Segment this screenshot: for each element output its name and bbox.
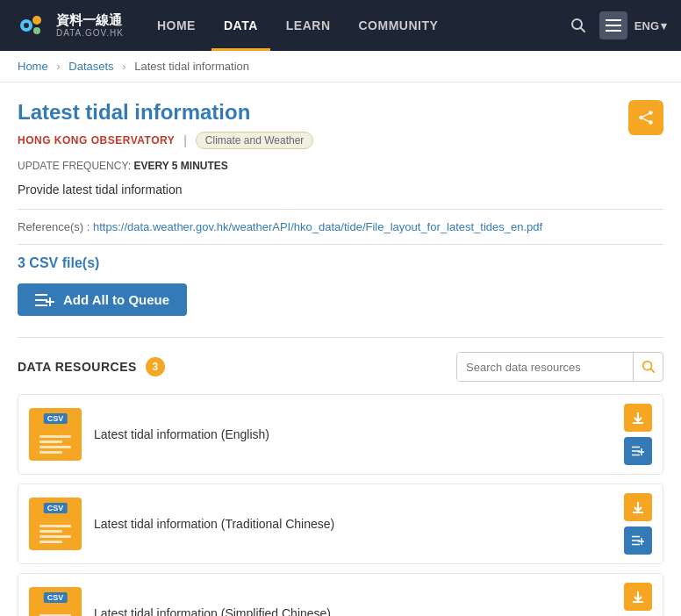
count-badge: 3 xyxy=(146,357,165,376)
download-button-english[interactable] xyxy=(624,404,652,432)
breadcrumb: Home › Datasets › Latest tidal informati… xyxy=(0,51,681,82)
search-input[interactable] xyxy=(457,353,633,381)
logo-icon xyxy=(14,8,49,43)
nav-links: HOME DATA LEARN COMMUNITY xyxy=(145,0,564,51)
resource-name-traditional: Latest tidal information (Traditional Ch… xyxy=(94,517,612,531)
share-icon xyxy=(638,110,654,125)
svg-line-14 xyxy=(643,118,649,121)
resource-item: CSV Latest tidal information (English) xyxy=(18,394,663,475)
resource-item: CSV Latest tidal information (Simplified… xyxy=(18,573,663,616)
download-icon xyxy=(632,591,644,603)
nav-home[interactable]: HOME xyxy=(145,0,208,51)
main-content: Latest tidal information HONG KONG OBSER… xyxy=(0,82,681,616)
add-queue-button[interactable]: Add All to Queue xyxy=(18,283,187,316)
data-resources-header: DATA RESOURCES 3 xyxy=(18,352,663,382)
svg-point-2 xyxy=(32,16,41,25)
queue-button-english[interactable] xyxy=(624,437,652,465)
menu-button[interactable] xyxy=(599,11,627,39)
add-queue-label: Add All to Queue xyxy=(63,292,169,307)
svg-point-4 xyxy=(24,23,29,28)
divider-1 xyxy=(18,209,663,210)
svg-line-6 xyxy=(580,28,584,32)
nav-data[interactable]: DATA xyxy=(211,0,270,51)
data-resources-section: DATA RESOURCES 3 CSV xyxy=(18,337,663,616)
nav-right: ENG ▾ xyxy=(564,11,667,39)
resource-icon-simplified: CSV xyxy=(29,587,82,616)
lang-button[interactable]: ENG ▾ xyxy=(634,19,667,32)
resource-icon-english: CSV xyxy=(29,408,82,461)
org-link[interactable]: HONG KONG OBSERVATORY xyxy=(18,134,175,147)
queue-icon xyxy=(35,293,54,307)
reference-link[interactable]: https://data.weather.gov.hk/weatherAPI/h… xyxy=(93,220,542,233)
search-submit-button[interactable] xyxy=(633,352,663,382)
breadcrumb-home[interactable]: Home xyxy=(18,60,48,73)
data-resources-label: DATA RESOURCES xyxy=(18,360,137,374)
search-button[interactable] xyxy=(564,11,592,39)
data-resources-title-area: DATA RESOURCES 3 xyxy=(18,357,165,376)
breadcrumb-current: Latest tidal information xyxy=(134,60,249,73)
download-icon xyxy=(632,412,644,424)
reference-row: Reference(s) : https://data.weather.gov.… xyxy=(18,220,663,233)
resource-icon-traditional: CSV xyxy=(29,498,82,550)
search-icon xyxy=(570,18,586,33)
svg-point-10 xyxy=(649,111,653,115)
csv-count: 3 CSV file(s) xyxy=(18,255,663,271)
svg-point-3 xyxy=(33,27,40,34)
divider-2 xyxy=(18,244,663,245)
description: Provide latest tidal information xyxy=(18,183,663,197)
svg-line-13 xyxy=(643,114,649,117)
logo-text: 資料一線通 DATA.GOV.HK xyxy=(56,13,124,38)
download-button-simplified[interactable] xyxy=(624,583,652,611)
update-frequency: UPDATE FREQUENCY: EVERY 5 MINUTES xyxy=(18,160,663,172)
svg-point-12 xyxy=(649,120,653,125)
nav-learn[interactable]: LEARN xyxy=(274,0,343,51)
queue-button-traditional[interactable] xyxy=(624,526,652,555)
resource-item: CSV Latest tidal information (Traditiona… xyxy=(18,483,663,564)
logo[interactable]: 資料一線通 DATA.GOV.HK xyxy=(14,8,124,43)
download-icon xyxy=(632,501,644,513)
menu-icon xyxy=(606,19,621,32)
navbar: 資料一線通 DATA.GOV.HK HOME DATA LEARN COMMUN… xyxy=(0,0,681,51)
queue-add-icon xyxy=(632,446,644,456)
svg-line-21 xyxy=(650,369,654,372)
nav-community[interactable]: COMMUNITY xyxy=(347,0,451,51)
tag-badge[interactable]: Climate and Weather xyxy=(196,132,314,149)
meta-row: HONG KONG OBSERVATORY | Climate and Weat… xyxy=(18,132,628,149)
page-title: Latest tidal information xyxy=(18,100,663,125)
resource-actions-english xyxy=(624,404,652,465)
queue-add-icon xyxy=(632,535,644,546)
resource-actions-traditional xyxy=(624,493,652,555)
breadcrumb-datasets[interactable]: Datasets xyxy=(68,60,113,73)
resource-name-english: Latest tidal information (English) xyxy=(94,427,612,441)
resource-name-simplified: Latest tidal information (Simplified Chi… xyxy=(94,606,612,616)
resource-actions-simplified xyxy=(624,583,652,616)
resource-list: CSV Latest tidal information (English) xyxy=(18,394,663,616)
download-button-traditional[interactable] xyxy=(624,493,652,521)
svg-point-11 xyxy=(639,116,643,120)
share-button[interactable] xyxy=(628,100,663,135)
search-resources xyxy=(456,352,663,382)
search-submit-icon xyxy=(642,360,656,374)
